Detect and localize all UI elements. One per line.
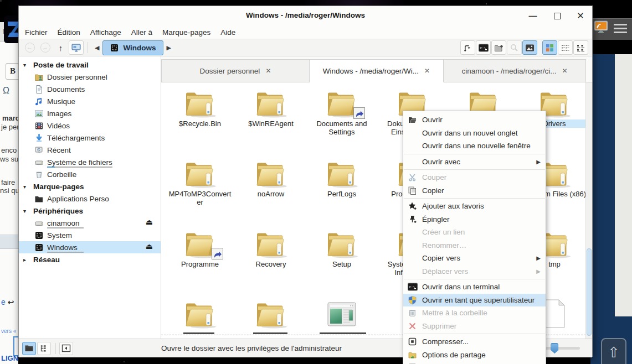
detail-view-button[interactable] xyxy=(573,40,588,55)
forward-button[interactable]: → xyxy=(38,40,53,55)
forward-icon: → xyxy=(40,43,50,53)
sidebar-section-marque-pages[interactable]: ▾Marque-pages xyxy=(19,180,161,193)
new-folder-button[interactable] xyxy=(491,40,506,55)
maximize-button[interactable] xyxy=(551,10,563,22)
context-menu-item-copier-vers[interactable]: Copier vers▶ xyxy=(403,252,546,265)
application-icon xyxy=(306,297,377,329)
file-label: Recovery xyxy=(238,260,304,268)
thumbnails-button[interactable] xyxy=(522,40,537,55)
menu--dition[interactable]: Édition xyxy=(53,27,85,38)
scroll-to-top-button[interactable]: ⇧ xyxy=(601,338,626,364)
eject-icon[interactable]: ⏏ xyxy=(146,242,153,251)
menu-fichier[interactable]: Fichier xyxy=(20,27,53,38)
menu-aide[interactable]: Aide xyxy=(215,27,240,38)
tab-1[interactable]: Dossier personnel✕ xyxy=(161,59,310,82)
icon-view-button[interactable] xyxy=(542,40,557,55)
menu-marque-pages[interactable]: Marque-pages xyxy=(157,27,215,38)
up-button[interactable]: ↑ xyxy=(53,40,68,55)
menu-item-icon-slot xyxy=(407,241,418,250)
file-label: Programme xyxy=(167,260,233,268)
sidebar-item-images[interactable]: Images xyxy=(19,107,161,119)
context-menu-item-déplacer-vers: Déplacer vers▶ xyxy=(403,265,546,278)
sidebar-item-système-de-fichiers[interactable]: Système de fichiers xyxy=(19,156,161,168)
file-item--recycle-bin[interactable]: $Recycle.Bin xyxy=(165,86,235,128)
file-item-mp4tomp3converter[interactable]: MP4ToMP3Converter xyxy=(165,156,235,206)
back-button[interactable]: ← xyxy=(22,40,37,55)
file-item-recovery[interactable]: Recovery xyxy=(235,226,306,268)
tree-pane-button[interactable] xyxy=(37,342,51,355)
sidebar-item-system[interactable]: System xyxy=(19,229,161,241)
context-menu-item-copier[interactable]: Copier xyxy=(403,184,546,197)
sidebar-item-documents[interactable]: Documents xyxy=(19,83,161,95)
search-button[interactable] xyxy=(507,40,522,55)
menu-aller-[interactable]: Aller à xyxy=(126,27,157,38)
file-item-perflogs[interactable]: PerfLogs xyxy=(306,156,377,198)
menu-affichage[interactable]: Affichage xyxy=(85,27,126,38)
sidebar-section-poste-de-travail[interactable]: ▾Poste de travail xyxy=(19,59,161,71)
minimize-button[interactable]: — xyxy=(527,10,539,22)
sidebar-item-musique[interactable]: Musique xyxy=(19,95,161,107)
tab-3[interactable]: cinamoon - /media/roger/ci...✕ xyxy=(444,59,586,82)
compact-view-button[interactable] xyxy=(558,40,573,55)
titlebar[interactable]: Windows - /media/roger/Windows — ✕ xyxy=(19,6,592,25)
link-fragment[interactable]: LIGNE xyxy=(1,354,18,362)
sidebar-item-dossier-personnel[interactable]: Dossier personnel xyxy=(19,71,161,83)
rss-screencast-icon[interactable] xyxy=(593,20,609,35)
hide-pane-button[interactable] xyxy=(59,342,73,355)
sidebar-section-périphériques[interactable]: ▾Périphériques xyxy=(19,205,161,217)
tab-close-icon[interactable]: ✕ xyxy=(562,67,568,75)
sidebar-item-cinamoon[interactable]: cinamoon⏏ xyxy=(19,217,161,229)
path-button-windows[interactable]: Windows xyxy=(102,40,163,55)
sidebar-item-corbeille[interactable]: Corbeille xyxy=(19,168,161,180)
close-button[interactable]: ✕ xyxy=(574,10,587,22)
context-menu-item-options-de-partage[interactable]: Options de partage xyxy=(403,349,546,362)
file-item-setup[interactable]: Setup xyxy=(306,226,377,268)
open-folder-icon xyxy=(407,115,418,124)
tab-close-icon[interactable]: ✕ xyxy=(265,67,271,75)
file-item-documents-and-settings[interactable]: Documents and Settings xyxy=(306,86,377,136)
path-next-icon[interactable]: ▶ xyxy=(163,44,174,51)
context-menu-item-ouvrir-dans-un-terminal[interactable]: C:\Ouvrir dans un terminal xyxy=(403,280,546,294)
sidebar-item-applications-perso[interactable]: Applications Perso xyxy=(19,193,161,205)
tab-2[interactable]: Windows - /media/roger/Wi...✕ xyxy=(310,59,444,82)
sidebar-item-récent[interactable]: Récent xyxy=(19,144,161,156)
bold-button-fragment[interactable]: B xyxy=(6,63,18,80)
jump-to-button[interactable] xyxy=(460,40,475,55)
context-menu-item-ouvrir-avec[interactable]: Ouvrir avec▶ xyxy=(403,155,546,169)
scrollbar-thumb[interactable] xyxy=(587,248,592,336)
context-menu-item-ouvrir-dans-un-nouvel-onglet[interactable]: Ouvrir dans un nouvel onglet xyxy=(403,127,546,140)
file-item-programme[interactable]: Programme xyxy=(165,226,235,268)
context-menu-item-ajouter-aux-favoris[interactable]: Ajouter aux favoris xyxy=(403,200,546,213)
menu-item-label: Compresser... xyxy=(422,337,469,346)
file-item[interactable] xyxy=(165,297,235,329)
context-menu-item-compresser-[interactable]: Compresser... xyxy=(403,335,546,349)
places-button[interactable] xyxy=(69,40,84,55)
sidebar-item-windows[interactable]: Windows⏏ xyxy=(19,241,161,253)
sidebar-item-vidéos[interactable]: Vidéos xyxy=(19,119,161,132)
hamburger-menu-icon[interactable] xyxy=(614,24,627,35)
menu-separator xyxy=(404,334,545,334)
context-menu-item-ouvrir-en-tant-que-superutilisateur[interactable]: Ouvrir en tant que superutilisateur xyxy=(403,294,546,307)
vertical-scrollbar[interactable] xyxy=(585,82,592,339)
eject-icon[interactable]: ⏏ xyxy=(146,217,153,226)
file-item--winreagent[interactable]: $WinREAgent xyxy=(235,86,306,128)
terminal-button[interactable]: C:\ xyxy=(476,40,491,55)
clipped-label-fragment xyxy=(253,332,287,334)
sidebar-section-réseau[interactable]: ▸Réseau xyxy=(19,253,161,266)
focused-input-fragment[interactable] xyxy=(13,336,18,356)
link-fragment[interactable]: vers « xyxy=(1,328,16,334)
path-prev-icon[interactable]: ◀ xyxy=(91,44,102,51)
file-item[interactable] xyxy=(235,297,306,329)
zoom-slider-handle[interactable] xyxy=(551,343,558,353)
context-menu-item-épingler[interactable]: Épingler xyxy=(403,213,546,226)
sidebar-item-téléchargements[interactable]: Téléchargements xyxy=(19,132,161,144)
omega-button-fragment[interactable]: Ω xyxy=(3,86,9,96)
context-menu-item-ouvrir[interactable]: Ouvrir xyxy=(403,113,546,127)
tab-close-icon[interactable]: ✕ xyxy=(424,67,430,75)
file-item-noarrow[interactable]: noArrow xyxy=(235,156,306,198)
reply-link-fragment[interactable]: e ↩ xyxy=(1,298,14,306)
context-menu-item-ouvrir-dans-une-nouvelle-fenêtre[interactable]: Ouvrir dans une nouvelle fenêtre xyxy=(403,139,546,153)
places-pane-button[interactable] xyxy=(22,342,36,355)
file-item[interactable] xyxy=(306,297,377,329)
context-menu-item-propriétés[interactable]: Propriétés xyxy=(403,361,546,364)
